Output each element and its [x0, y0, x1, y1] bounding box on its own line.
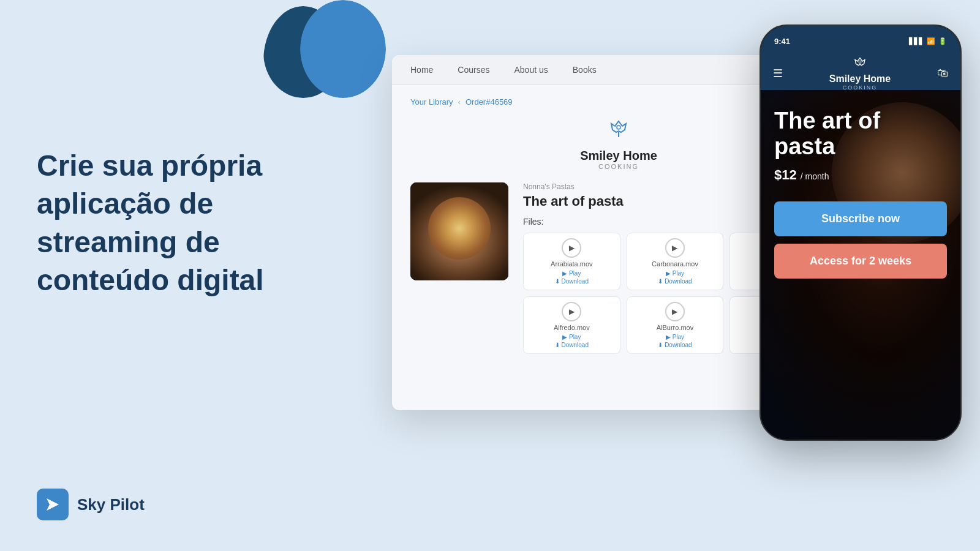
svg-point-3	[859, 61, 861, 63]
nav-home[interactable]: Home	[410, 62, 433, 77]
battery-icon: 🔋	[938, 37, 947, 45]
play-btn-2[interactable]: ▶ Play	[666, 270, 684, 277]
play-circle-icon-1: ▶	[562, 238, 581, 258]
mobile-signal-icons: ▋▋▋ 📶 🔋	[909, 37, 947, 45]
mobile-price: $12 / month	[774, 167, 947, 183]
file-actions-4: ▶ Play ⬇ Download	[555, 334, 589, 348]
mobile-course-title: The art of pasta	[774, 108, 947, 160]
breadcrumb-library[interactable]: Your Library	[410, 97, 453, 107]
pasta-image	[410, 182, 508, 280]
circle-blue	[300, 0, 386, 98]
file-actions-2: ▶ Play ⬇ Download	[658, 270, 692, 285]
nav-courses[interactable]: Courses	[458, 62, 489, 77]
subscribe-button[interactable]: Subscribe now	[774, 201, 947, 236]
right-panel: Home Courses About us Books Your Library…	[380, 0, 980, 551]
file-actions-5: ▶ Play ⬇ Download	[658, 334, 692, 348]
menu-icon[interactable]: ☰	[773, 67, 783, 80]
mobile-body: The art of pasta $12 / month Subscribe n…	[761, 90, 960, 440]
mobile-content: The art of pasta $12 / month Subscribe n…	[761, 90, 960, 291]
svg-point-1	[617, 126, 620, 129]
file-item-alfredo: ▶ Alfredo.mov ▶ Play ⬇ Download	[523, 296, 620, 354]
signal-icon: ▋▋▋	[909, 37, 924, 45]
mobile-brand-name: Smiley Home	[829, 73, 891, 84]
hero-heading: Crie sua própria aplicação de streaming …	[37, 147, 318, 300]
file-item-carbonara: ▶ Carbonara.mov ▶ Play ⬇ Download	[627, 233, 724, 290]
play-btn-1[interactable]: ▶ Play	[562, 270, 581, 277]
file-actions-1: ▶ Play ⬇ Download	[555, 270, 589, 285]
mobile-mockup: 9:41 ▋▋▋ 📶 🔋 ☰ Smiley Home COOKING �	[760, 24, 962, 441]
hero-section: Crie sua própria aplicação de streaming …	[37, 147, 349, 300]
file-name-5: AlBurro.mov	[657, 324, 694, 331]
product-title: Smiley Home	[580, 149, 657, 163]
nav-books[interactable]: Books	[573, 62, 597, 77]
play-btn-5[interactable]: ▶ Play	[666, 334, 684, 340]
logo-text: Sky Pilot	[77, 495, 145, 514]
play-circle-icon-4: ▶	[562, 302, 581, 321]
svg-marker-0	[47, 498, 59, 511]
breadcrumb-order[interactable]: Order#46569	[466, 97, 513, 107]
logo-icon	[37, 489, 69, 520]
skypilot-logo-icon	[43, 495, 62, 514]
cooking-icon	[608, 119, 630, 141]
download-btn-2[interactable]: ⬇ Download	[658, 278, 692, 285]
product-subtitle: COOKING	[598, 163, 639, 170]
file-name-2: Carbonara.mov	[652, 260, 698, 268]
wifi-icon: 📶	[927, 37, 935, 45]
mobile-brand-sub: COOKING	[829, 84, 891, 91]
mobile-icon	[829, 56, 891, 73]
cart-icon[interactable]: 🛍	[937, 67, 948, 80]
breadcrumb-separator: ‹	[458, 97, 461, 107]
download-btn-1[interactable]: ⬇ Download	[555, 278, 589, 285]
mobile-time: 9:41	[774, 37, 790, 46]
file-item-arrabiata: ▶ Arrabiata.mov ▶ Play ⬇ Download	[523, 233, 620, 290]
mobile-header: ☰ Smiley Home COOKING 🛍	[761, 56, 960, 90]
product-icon	[608, 119, 630, 145]
file-name-4: Alfredo.mov	[554, 324, 590, 331]
download-btn-4[interactable]: ⬇ Download	[555, 342, 589, 348]
trial-button[interactable]: Access for 2 weeks	[774, 244, 947, 279]
play-circle-icon-2: ▶	[665, 238, 685, 258]
course-image	[410, 182, 508, 280]
decorative-circles	[251, 0, 380, 116]
logo-area: Sky Pilot	[37, 489, 349, 520]
mobile-brand-center: Smiley Home COOKING	[829, 56, 891, 91]
mobile-status-bar: 9:41 ▋▋▋ 📶 🔋	[761, 26, 960, 56]
play-circle-icon-5: ▶	[665, 302, 685, 321]
download-btn-5[interactable]: ⬇ Download	[658, 342, 692, 348]
price-amount: $12	[774, 167, 797, 182]
play-btn-4[interactable]: ▶ Play	[562, 334, 581, 340]
left-panel: Crie sua própria aplicação de streaming …	[0, 0, 380, 551]
file-item-alburro: ▶ AlBurro.mov ▶ Play ⬇ Download	[627, 296, 724, 354]
nav-about[interactable]: About us	[514, 62, 548, 77]
file-name-1: Arrabiata.mov	[551, 260, 592, 268]
price-period: / month	[801, 171, 829, 181]
